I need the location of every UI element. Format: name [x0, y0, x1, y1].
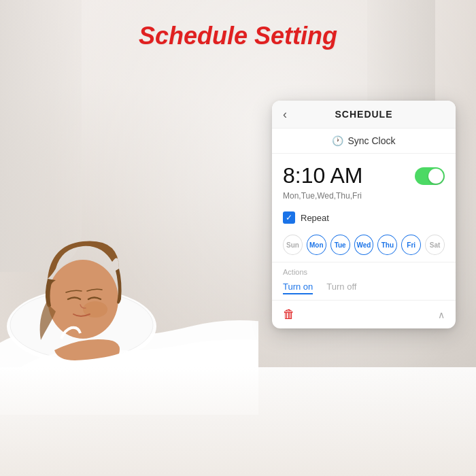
days-subtitle: Mon,Tue,Wed,Thu,Fri: [272, 191, 456, 207]
svg-point-4: [48, 260, 118, 339]
page-title: Schedule Setting: [0, 22, 476, 50]
card-header: ‹ SCHEDULE: [272, 101, 456, 129]
schedule-card: ‹ SCHEDULE 🕐 Sync Clock 8:10 AM Mon,Tue,…: [272, 101, 456, 328]
actions-row: Turn on Turn off: [283, 280, 445, 294]
day-mon[interactable]: Mon: [307, 235, 326, 255]
card-title: SCHEDULE: [335, 109, 392, 120]
turn-off-button[interactable]: Turn off: [326, 280, 356, 294]
actions-section: Actions Turn on Turn off: [272, 262, 456, 300]
time-row: 8:10 AM: [272, 154, 456, 191]
day-tue[interactable]: Tue: [330, 235, 350, 255]
card-bottom: 🗑 ∧: [272, 300, 456, 328]
toggle-knob: [428, 169, 443, 184]
back-button[interactable]: ‹: [283, 107, 287, 122]
sync-clock-icon: 🕐: [332, 135, 343, 146]
schedule-toggle[interactable]: [415, 167, 445, 185]
turn-on-button[interactable]: Turn on: [283, 280, 313, 294]
repeat-checkbox[interactable]: ✓: [283, 211, 295, 224]
repeat-label: Repeat: [301, 213, 329, 223]
sync-clock-label: Sync Clock: [347, 135, 395, 146]
day-fri[interactable]: Fri: [401, 235, 421, 255]
day-sun[interactable]: Sun: [283, 235, 303, 255]
actions-label: Actions: [283, 268, 445, 276]
day-wed[interactable]: Wed: [354, 235, 374, 255]
day-sat[interactable]: Sat: [425, 235, 445, 255]
bed-sheet: [0, 367, 476, 476]
day-thu[interactable]: Thu: [377, 235, 397, 255]
sync-row[interactable]: 🕐 Sync Clock: [272, 129, 456, 154]
time-display[interactable]: 8:10 AM: [283, 163, 362, 188]
delete-button[interactable]: 🗑: [283, 307, 295, 322]
day-buttons-row: Sun Mon Tue Wed Thu Fri Sat: [272, 228, 456, 262]
collapse-button[interactable]: ∧: [438, 309, 445, 320]
repeat-row: ✓ Repeat: [272, 207, 456, 228]
